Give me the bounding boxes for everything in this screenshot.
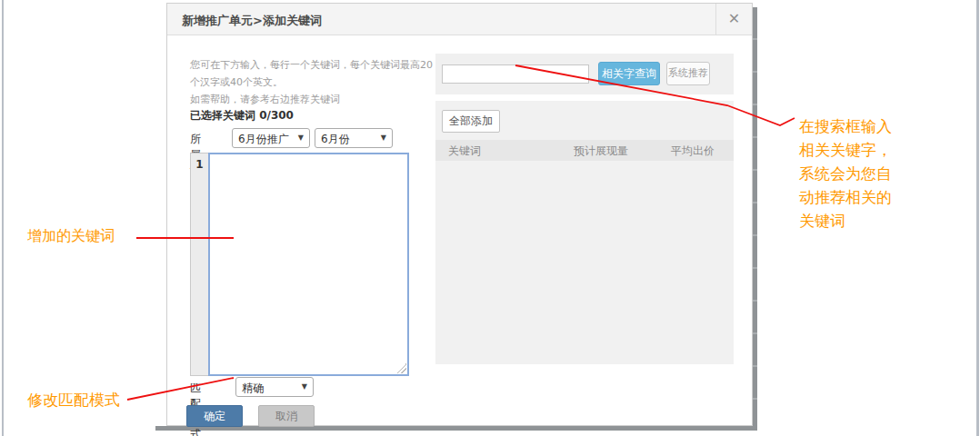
campaign-select-value: 6月份推广 bbox=[238, 133, 289, 145]
add-keywords-dialog: 新增推广单元>添加关键词 ✕ 您可在下方输入，每行一个关键词，每个关键词最高20… bbox=[166, 3, 753, 426]
resize-grip-icon[interactable] bbox=[396, 363, 406, 373]
unit-select-value: 6月份 bbox=[321, 133, 350, 145]
dialog-shadow-right bbox=[753, 7, 757, 431]
dialog-titlebar: 新增推广单元>添加关键词 ✕ bbox=[167, 4, 752, 35]
editor-line-gutter: 1 bbox=[190, 153, 208, 376]
chevron-down-icon: ▼ bbox=[302, 382, 307, 391]
related-query-button[interactable]: 相关字查询 bbox=[598, 62, 660, 85]
column-header-keyword: 关键词 bbox=[448, 144, 481, 159]
keywords-textarea[interactable] bbox=[208, 153, 409, 376]
line-number: 1 bbox=[195, 158, 203, 171]
keywords-table-header: 关键词 预计展现量 平均出价 bbox=[435, 140, 734, 161]
instruction-line: 个汉字或40个英文。 bbox=[190, 74, 433, 91]
match-mode-select[interactable]: 精确 ▼ bbox=[235, 377, 314, 397]
ok-button[interactable]: 确定 bbox=[186, 405, 243, 427]
dialog-title: 新增推广单元>添加关键词 bbox=[182, 13, 322, 29]
page-right-border bbox=[976, 0, 979, 436]
dialog-shadow-bottom bbox=[155, 426, 756, 431]
cancel-button[interactable]: 取消 bbox=[258, 405, 315, 427]
page-left-border bbox=[2, 0, 4, 436]
page: 新增推广单元>添加关键词 ✕ 您可在下方输入，每行一个关键词，每个关键词最高20… bbox=[0, 0, 980, 436]
column-header-avg-bid: 平均出价 bbox=[671, 144, 715, 159]
keywords-editor: 1 bbox=[190, 153, 409, 376]
add-all-button[interactable]: 全部添加 bbox=[442, 110, 500, 133]
system-recommend-button[interactable]: 系统推荐 bbox=[666, 62, 710, 85]
keyword-search-input[interactable] bbox=[442, 64, 589, 84]
unit-select[interactable]: 6月份 ▼ bbox=[315, 128, 393, 148]
instructions-text: 您可在下方输入，每行一个关键词，每个关键词最高20 个汉字或40个英文。 如需帮… bbox=[190, 56, 433, 108]
match-mode-annotation: 修改匹配模式 bbox=[27, 390, 120, 411]
chevron-down-icon: ▼ bbox=[381, 134, 386, 142]
keywords-table-body bbox=[435, 161, 734, 364]
keyword-search-panel: 相关字查询 系统推荐 bbox=[435, 54, 734, 94]
instruction-line: 您可在下方输入，每行一个关键词，每个关键词最高20 bbox=[190, 56, 433, 74]
close-button[interactable]: ✕ bbox=[715, 4, 752, 35]
match-mode-value: 精确 bbox=[242, 382, 264, 394]
selected-keywords-count: 已选择关键词 0/300 bbox=[190, 108, 294, 124]
chevron-down-icon: ▼ bbox=[298, 134, 304, 142]
campaign-select[interactable]: 6月份推广 ▼ bbox=[232, 128, 310, 148]
column-header-impressions: 预计展现量 bbox=[574, 144, 628, 159]
instruction-line: 如需帮助，请参考右边推荐关键词 bbox=[190, 91, 433, 108]
close-icon: ✕ bbox=[728, 10, 740, 27]
search-annotation: 在搜索框输入相关关键字，系统会为您自动推荐相关的关键词 bbox=[799, 114, 894, 233]
textarea-annotation: 增加的关键词 bbox=[27, 227, 115, 246]
suggested-keywords-panel: 全部添加 关键词 预计展现量 平均出价 bbox=[435, 101, 734, 364]
